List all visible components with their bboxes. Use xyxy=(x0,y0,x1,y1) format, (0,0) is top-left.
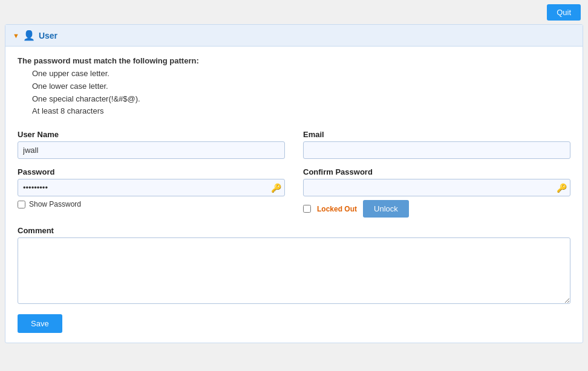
password-label: Password xyxy=(18,167,285,176)
email-input[interactable] xyxy=(303,141,570,159)
rule-4: At least 8 characters xyxy=(32,105,570,118)
password-input[interactable] xyxy=(18,179,285,196)
confirm-password-key-icon[interactable]: 🔑 xyxy=(557,183,567,193)
show-password-checkbox[interactable] xyxy=(18,201,25,208)
username-email-row: User Name Email xyxy=(18,130,570,159)
confirm-password-wrapper: 🔑 xyxy=(303,179,570,196)
quit-button[interactable]: Quit xyxy=(547,4,581,21)
locked-out-row: Locked Out Unlock xyxy=(303,200,570,218)
rule-2: One lower case letter. xyxy=(32,80,570,93)
rules-intro: The password must match the following pa… xyxy=(18,56,570,65)
show-password-label: Show Password xyxy=(29,200,81,208)
rule-1: One upper case letter. xyxy=(32,68,570,80)
password-wrapper: 🔑 xyxy=(18,179,285,196)
confirm-password-input[interactable] xyxy=(303,179,570,196)
comment-section: Comment xyxy=(18,226,570,306)
unlock-button[interactable]: Unlock xyxy=(363,200,409,218)
locked-out-label: Locked Out xyxy=(317,205,357,213)
top-bar: Quit xyxy=(0,0,588,24)
form-body: The password must match the following pa… xyxy=(5,47,583,343)
username-label: User Name xyxy=(18,130,285,139)
password-rules: The password must match the following pa… xyxy=(18,56,570,118)
confirm-password-col: Confirm Password 🔑 Locked Out Unlock xyxy=(303,167,570,218)
show-password-row: Show Password xyxy=(18,200,285,208)
save-button[interactable]: Save xyxy=(18,314,62,333)
comment-textarea[interactable] xyxy=(18,237,570,304)
password-col: Password 🔑 Show Password xyxy=(18,167,285,218)
password-row: Password 🔑 Show Password Confirm Passwor… xyxy=(18,167,570,218)
section-title: User xyxy=(39,31,57,40)
locked-out-checkbox[interactable] xyxy=(303,205,311,213)
rule-3: One special character(!&#$@). xyxy=(32,93,570,106)
section-header: ▼ 👤 User xyxy=(5,25,583,47)
username-col: User Name xyxy=(18,130,285,159)
email-col: Email xyxy=(303,130,570,159)
password-key-icon[interactable]: 🔑 xyxy=(271,183,281,193)
confirm-password-label: Confirm Password xyxy=(303,167,570,176)
main-container: ▼ 👤 User The password must match the fol… xyxy=(5,24,583,343)
email-label: Email xyxy=(303,130,570,139)
comment-label: Comment xyxy=(18,226,570,235)
user-icon: 👤 xyxy=(23,30,35,41)
chevron-icon: ▼ xyxy=(13,32,19,39)
username-input[interactable] xyxy=(18,141,285,159)
